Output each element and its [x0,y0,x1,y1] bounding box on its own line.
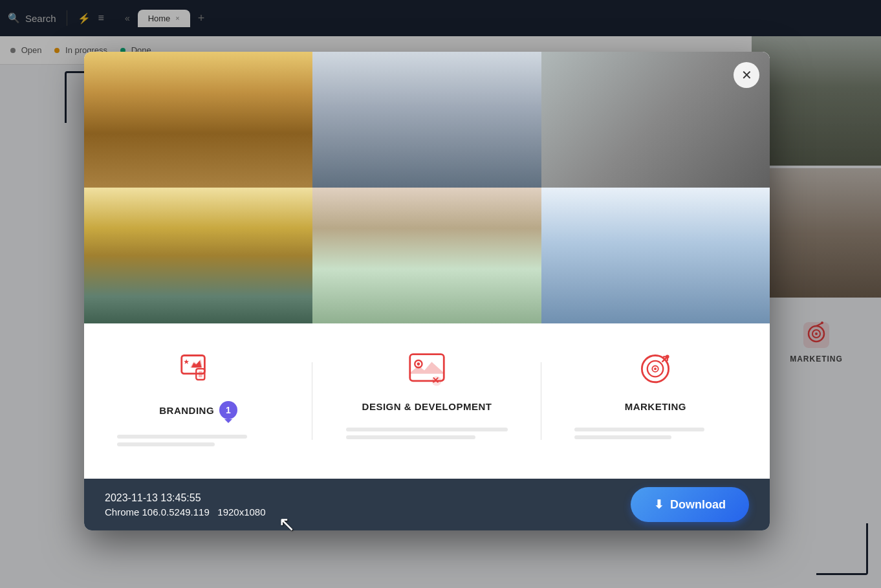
branding-bars [117,435,279,446]
marketing-bars [574,428,737,439]
bar-2 [574,435,671,439]
svg-point-14 [417,362,420,365]
branding-badge: 1 [219,401,237,419]
image-cell-1 [84,52,312,188]
category-design[interactable]: DESIGN & DEVELOPMENT [312,349,541,439]
svg-rect-10 [199,371,202,377]
screenshot-panel: ✕ [84,52,770,530]
screenshot-metadata: 2023-11-13 13:45:55 Chrome 106.0.5249.11… [105,492,631,517]
design-label: DESIGN & DEVELOPMENT [362,401,492,412]
marketing-icon [635,349,676,391]
design-icon [406,349,448,391]
branding-icon [178,349,219,391]
browser-resolution: Chrome 106.0.5249.119 1920x1080 [105,506,631,517]
categories-row: BRANDING 1 [84,323,770,479]
branding-label: BRANDING 1 [159,401,237,419]
bar-1 [574,428,704,431]
category-marketing[interactable]: MARKETING [541,349,770,439]
resolution-info: 1920x1080 [217,506,265,517]
download-icon: ⬇ [654,497,664,512]
design-svg [408,351,446,389]
svg-marker-11 [184,359,189,364]
close-button[interactable]: ✕ [734,62,759,88]
image-cell-4 [84,188,312,323]
download-label: Download [670,498,726,512]
bar-2 [117,442,214,446]
category-branding[interactable]: BRANDING 1 [84,349,312,446]
image-cell-6 [541,188,770,323]
bar-2 [346,435,476,439]
svg-point-19 [654,367,657,370]
image-cell-2 [312,52,541,188]
image-grid [84,52,770,323]
bar-1 [117,435,247,439]
bar-1 [346,428,508,431]
design-bars [346,428,508,439]
download-button[interactable]: ⬇ Download [631,487,749,522]
browser-info: Chrome 106.0.5249.119 [105,506,210,517]
info-bar: 2023-11-13 13:45:55 Chrome 106.0.5249.11… [84,479,770,530]
marketing-svg [636,351,675,389]
timestamp: 2023-11-13 13:45:55 [105,492,631,504]
branding-svg [179,351,218,389]
svg-point-20 [666,355,669,359]
image-cell-5 [312,188,541,323]
content-section: BRANDING 1 [84,323,770,479]
marketing-label: MARKETING [625,401,686,412]
